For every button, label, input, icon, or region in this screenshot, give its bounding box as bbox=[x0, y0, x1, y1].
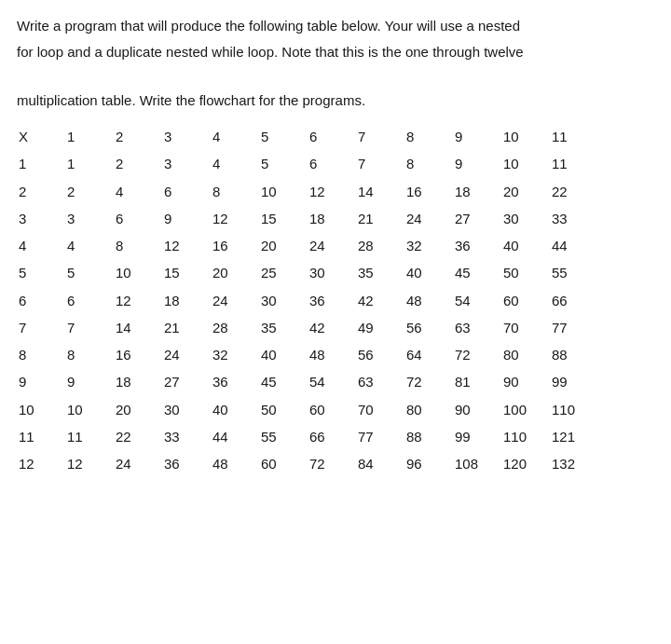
cell-10-2: 22 bbox=[114, 423, 162, 450]
cell-3-6: 24 bbox=[308, 232, 356, 259]
cell-7-11: 88 bbox=[550, 341, 598, 368]
cell-5-3: 18 bbox=[162, 287, 211, 314]
cell-6-6: 42 bbox=[308, 314, 356, 341]
cell-4-11: 55 bbox=[550, 259, 598, 286]
header-cell-0: X bbox=[17, 123, 65, 150]
cell-3-8: 32 bbox=[404, 232, 453, 259]
cell-3-2: 8 bbox=[114, 232, 162, 259]
cell-10-3: 33 bbox=[162, 423, 211, 450]
header-cell-9: 9 bbox=[453, 123, 501, 150]
cell-9-0: 10 bbox=[17, 396, 65, 423]
header-cell-2: 2 bbox=[114, 123, 162, 150]
cell-0-5: 5 bbox=[259, 150, 308, 177]
cell-1-3: 6 bbox=[162, 178, 211, 205]
cell-10-10: 110 bbox=[501, 423, 550, 450]
cell-4-8: 40 bbox=[404, 259, 453, 286]
desc-line2: for loop and a duplicate nested while lo… bbox=[17, 41, 654, 63]
desc-line3: multiplication table. Write the flowchar… bbox=[17, 89, 654, 112]
table-row: 11112233445566778899110121 bbox=[17, 423, 598, 450]
table-row: 8816243240485664728088 bbox=[17, 341, 598, 368]
cell-4-4: 20 bbox=[211, 259, 259, 286]
table-row: 5510152025303540455055 bbox=[17, 259, 598, 286]
cell-4-2: 10 bbox=[114, 259, 162, 286]
desc-line1: Write a program that will produce the fo… bbox=[17, 15, 654, 37]
cell-4-7: 35 bbox=[356, 259, 404, 286]
cell-5-4: 24 bbox=[211, 287, 259, 314]
cell-8-11: 99 bbox=[550, 368, 598, 395]
cell-8-8: 72 bbox=[404, 368, 453, 395]
header-cell-3: 3 bbox=[162, 123, 211, 150]
cell-2-10: 30 bbox=[501, 205, 550, 232]
header-cell-11: 11 bbox=[550, 123, 598, 150]
cell-7-7: 56 bbox=[356, 341, 404, 368]
cell-0-10: 10 bbox=[501, 150, 550, 177]
cell-0-0: 1 bbox=[17, 150, 65, 177]
multiplication-table: X1234567891011 1123456789101122468101214… bbox=[17, 123, 598, 477]
cell-8-3: 27 bbox=[162, 368, 211, 395]
cell-7-2: 16 bbox=[114, 341, 162, 368]
cell-3-1: 4 bbox=[65, 232, 114, 259]
cell-10-0: 11 bbox=[17, 423, 65, 450]
cell-2-4: 12 bbox=[211, 205, 259, 232]
cell-8-7: 63 bbox=[356, 368, 404, 395]
cell-5-10: 60 bbox=[501, 287, 550, 314]
cell-6-3: 21 bbox=[162, 314, 211, 341]
cell-6-5: 35 bbox=[259, 314, 308, 341]
description-block: Write a program that will produce the fo… bbox=[17, 15, 654, 112]
cell-6-8: 56 bbox=[404, 314, 453, 341]
cell-0-11: 11 bbox=[550, 150, 598, 177]
cell-3-5: 20 bbox=[259, 232, 308, 259]
cell-10-11: 121 bbox=[550, 423, 598, 450]
cell-5-7: 42 bbox=[356, 287, 404, 314]
table-row: 10102030405060708090100110 bbox=[17, 396, 598, 423]
cell-8-6: 54 bbox=[308, 368, 356, 395]
cell-9-11: 110 bbox=[550, 396, 598, 423]
cell-3-7: 28 bbox=[356, 232, 404, 259]
cell-0-1: 1 bbox=[65, 150, 114, 177]
cell-1-10: 20 bbox=[501, 178, 550, 205]
cell-9-3: 30 bbox=[162, 396, 211, 423]
cell-10-7: 77 bbox=[356, 423, 404, 450]
cell-2-7: 21 bbox=[356, 205, 404, 232]
cell-9-1: 10 bbox=[65, 396, 114, 423]
cell-2-0: 3 bbox=[17, 205, 65, 232]
cell-7-9: 72 bbox=[453, 341, 501, 368]
cell-4-6: 30 bbox=[308, 259, 356, 286]
cell-9-4: 40 bbox=[211, 396, 259, 423]
cell-1-11: 22 bbox=[550, 178, 598, 205]
header-cell-10: 10 bbox=[501, 123, 550, 150]
table-header-row: X1234567891011 bbox=[17, 123, 598, 150]
cell-2-5: 15 bbox=[259, 205, 308, 232]
cell-4-9: 45 bbox=[453, 259, 501, 286]
cell-6-0: 7 bbox=[17, 314, 65, 341]
cell-1-1: 2 bbox=[65, 178, 114, 205]
cell-11-4: 48 bbox=[211, 450, 259, 477]
cell-11-10: 120 bbox=[501, 450, 550, 477]
cell-4-0: 5 bbox=[17, 259, 65, 286]
cell-8-0: 9 bbox=[17, 368, 65, 395]
cell-2-9: 27 bbox=[453, 205, 501, 232]
cell-0-2: 2 bbox=[114, 150, 162, 177]
cell-5-9: 54 bbox=[453, 287, 501, 314]
cell-1-5: 10 bbox=[259, 178, 308, 205]
cell-5-8: 48 bbox=[404, 287, 453, 314]
header-cell-1: 1 bbox=[65, 123, 114, 150]
header-cell-4: 4 bbox=[211, 123, 259, 150]
cell-6-7: 49 bbox=[356, 314, 404, 341]
cell-7-0: 8 bbox=[17, 341, 65, 368]
cell-10-4: 44 bbox=[211, 423, 259, 450]
cell-11-5: 60 bbox=[259, 450, 308, 477]
cell-3-9: 36 bbox=[453, 232, 501, 259]
cell-11-1: 12 bbox=[65, 450, 114, 477]
cell-2-8: 24 bbox=[404, 205, 453, 232]
cell-6-4: 28 bbox=[211, 314, 259, 341]
cell-6-10: 70 bbox=[501, 314, 550, 341]
header-cell-7: 7 bbox=[356, 123, 404, 150]
cell-9-8: 80 bbox=[404, 396, 453, 423]
table-row: 121224364860728496108120132 bbox=[17, 450, 598, 477]
cell-6-1: 7 bbox=[65, 314, 114, 341]
cell-2-11: 33 bbox=[550, 205, 598, 232]
cell-7-4: 32 bbox=[211, 341, 259, 368]
cell-7-10: 80 bbox=[501, 341, 550, 368]
cell-9-5: 50 bbox=[259, 396, 308, 423]
